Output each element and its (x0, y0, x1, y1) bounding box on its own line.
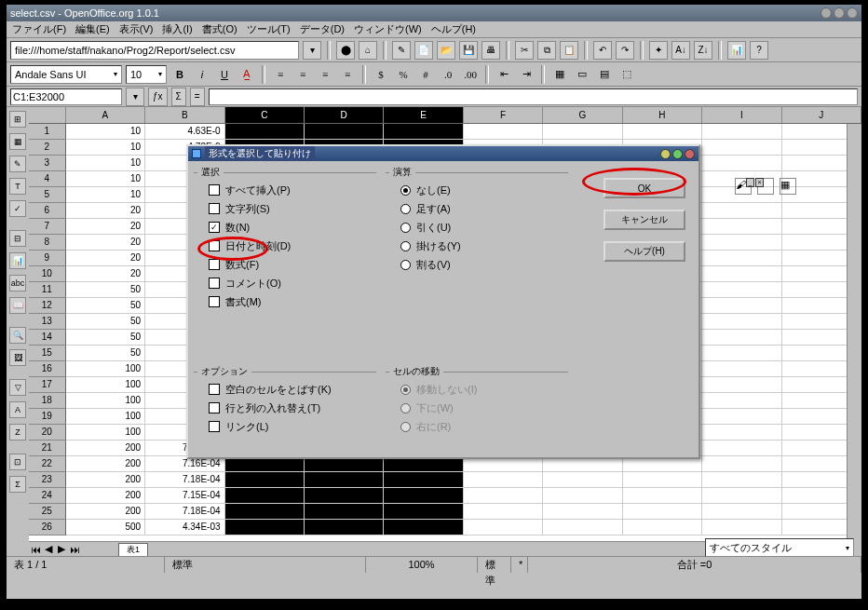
sort-asc-icon[interactable]: A↓ (671, 41, 690, 60)
checkbox-formats[interactable]: 書式(M) (209, 292, 376, 311)
number-icon[interactable]: # (416, 65, 435, 84)
cell[interactable]: 50 (66, 314, 145, 330)
cell[interactable]: 100 (66, 361, 145, 377)
tool-outline-icon[interactable]: ⊡ (9, 454, 26, 470)
dropdown-icon[interactable]: ▾ (303, 41, 321, 60)
checkbox-formulas[interactable]: 数式(F) (209, 255, 376, 274)
cell[interactable] (702, 346, 781, 361)
tool-sort-za-icon[interactable]: Z (9, 424, 26, 441)
row-header[interactable]: 9 (29, 251, 66, 266)
borders-icon[interactable]: ▦ (550, 65, 569, 84)
chart-icon[interactable]: 📊 (727, 41, 746, 60)
cell[interactable] (384, 504, 463, 520)
cell[interactable] (702, 156, 781, 171)
cell[interactable]: 200 (66, 472, 145, 488)
cell[interactable] (702, 235, 781, 251)
minimize-icon[interactable] (821, 7, 832, 19)
cell[interactable] (384, 124, 463, 140)
cell[interactable]: 10 (66, 171, 145, 187)
dock-close-icon[interactable]: × (755, 178, 764, 187)
cell[interactable] (702, 298, 781, 314)
navigator-icon[interactable]: ✦ (649, 41, 668, 60)
row-header[interactable]: 23 (29, 472, 66, 488)
cell[interactable]: 200 (66, 441, 145, 456)
percent-icon[interactable]: % (394, 65, 413, 84)
cancel-button[interactable]: キャンセル (604, 210, 685, 230)
cell[interactable]: 10 (66, 140, 145, 156)
cell[interactable]: 100 (66, 393, 145, 409)
cell[interactable] (464, 504, 543, 520)
undo-icon[interactable]: ↶ (593, 41, 612, 60)
checkbox-strings[interactable]: 文字列(S) (209, 199, 376, 218)
dock-min-icon[interactable]: _ (746, 178, 754, 187)
merge-icon[interactable]: ⬚ (617, 65, 636, 84)
cell[interactable] (702, 330, 781, 346)
url-input[interactable] (10, 41, 299, 60)
bold-button[interactable]: B (170, 65, 189, 84)
cell[interactable] (543, 472, 622, 488)
cell[interactable] (623, 520, 702, 535)
menu-view[interactable]: 表示(V) (119, 22, 154, 36)
tool-sort-az-icon[interactable]: A (9, 401, 26, 418)
cell[interactable]: 20 (66, 219, 145, 235)
cell[interactable]: 50 (66, 346, 145, 361)
dialog-minimize-icon[interactable] (660, 149, 671, 159)
menu-file[interactable]: ファイル(F) (12, 22, 66, 36)
checkbox-link[interactable]: リンク(L) (209, 417, 376, 436)
cell[interactable]: 7.18E-04 (145, 504, 224, 520)
cell[interactable] (384, 520, 463, 535)
tool-spell-icon[interactable]: abc (9, 275, 26, 291)
cell[interactable]: 10 (66, 187, 145, 203)
col-header-f[interactable]: F (464, 107, 543, 123)
cell[interactable]: 200 (66, 488, 145, 504)
bg-color-icon[interactable]: ▭ (573, 65, 591, 84)
cell[interactable]: 200 (66, 504, 145, 520)
formula-input[interactable] (209, 88, 858, 105)
tool-subtotal-icon[interactable]: Σ (9, 476, 26, 493)
cell[interactable]: 100 (66, 377, 145, 393)
cell[interactable]: 50 (66, 330, 145, 346)
checkbox-numbers[interactable]: ✓数(N) (209, 218, 376, 237)
help-button[interactable]: ヘルプ(H) (604, 241, 685, 262)
row-header[interactable]: 1 (29, 124, 66, 140)
menu-format[interactable]: 書式(O) (202, 22, 237, 36)
menu-insert[interactable]: 挿入(I) (162, 22, 192, 36)
cell[interactable] (464, 472, 543, 488)
tool-autoformat-icon[interactable]: ✓ (9, 200, 26, 217)
cell[interactable]: 20 (66, 266, 145, 282)
cell[interactable]: 7.18E-04 (145, 472, 224, 488)
edit-icon[interactable]: ✎ (392, 41, 411, 60)
cell[interactable]: 20 (66, 251, 145, 266)
radio-op-divide[interactable]: 割る(V) (400, 255, 568, 274)
col-header-g[interactable]: G (543, 107, 622, 123)
ok-button[interactable]: OK (604, 178, 685, 198)
grid-toggle-icon[interactable]: ▦ (780, 178, 796, 195)
redo-icon[interactable]: ↷ (616, 41, 634, 60)
align-left-icon[interactable]: ≡ (271, 65, 290, 84)
cell[interactable] (543, 488, 622, 504)
indent-inc-icon[interactable]: ⇥ (517, 65, 536, 84)
cell[interactable] (702, 314, 781, 330)
indent-dec-icon[interactable]: ⇤ (495, 65, 513, 84)
col-header-a[interactable]: A (66, 107, 145, 123)
print-icon[interactable]: 🖶 (481, 41, 500, 60)
cell[interactable]: 50 (66, 282, 145, 298)
checkbox-paste-all[interactable]: すべて挿入(P) (209, 181, 376, 199)
maximize-icon[interactable] (834, 7, 845, 19)
stop-icon[interactable]: ⬤ (336, 41, 355, 60)
cell[interactable] (384, 472, 463, 488)
radio-op-add[interactable]: 足す(A) (400, 199, 568, 218)
style-combo[interactable]: すべてのスタイル▾ (705, 538, 854, 557)
cut-icon[interactable]: ✂ (515, 41, 534, 60)
row-header[interactable]: 5 (29, 187, 66, 203)
radio-op-subtract[interactable]: 引く(U) (400, 218, 568, 237)
equals-icon[interactable]: = (190, 88, 205, 106)
cell[interactable] (305, 488, 384, 504)
cell[interactable] (464, 520, 543, 535)
help-icon[interactable]: ? (750, 41, 768, 60)
dec-dec-icon[interactable]: .00 (461, 65, 480, 84)
col-header-e[interactable]: E (384, 107, 463, 123)
tool-group-icon[interactable]: ⊟ (9, 230, 26, 247)
cell[interactable] (702, 140, 781, 156)
select-all-corner[interactable] (29, 107, 66, 123)
